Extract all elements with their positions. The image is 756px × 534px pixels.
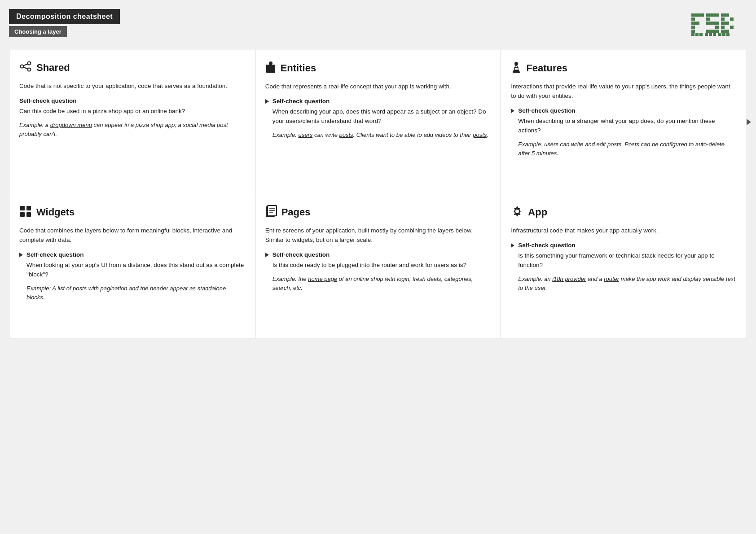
entities-description: Code that represents a real-life concept… (265, 82, 491, 92)
features-icon (511, 61, 522, 75)
entities-arrow (265, 99, 269, 104)
svg-point-19 (515, 210, 519, 213)
svg-point-0 (21, 65, 24, 68)
svg-rect-12 (20, 212, 25, 217)
app-title: App (528, 206, 547, 218)
svg-rect-13 (26, 212, 31, 217)
app-example: Example: an i18n provider and a router m… (518, 275, 737, 293)
app-self-check-text: Is this something your framework or tech… (518, 251, 737, 270)
features-right-arrow (747, 119, 751, 125)
svg-point-7 (514, 62, 518, 66)
entities-title: Entities (281, 62, 316, 74)
card-pages: Pages Entire screens of your application… (255, 194, 501, 338)
svg-point-1 (28, 62, 31, 65)
entities-icon (265, 61, 276, 75)
features-title: Features (526, 62, 567, 74)
cards-grid: Shared Code that is not specific to your… (9, 50, 747, 338)
svg-line-4 (23, 67, 28, 69)
page-title: Decomposition cheatsheet (9, 9, 120, 24)
shared-self-check-label: Self-check question (19, 97, 245, 104)
shared-example: Example: a dropdown menu can appear in a… (19, 121, 245, 139)
pages-self-check-label: Self-check question (273, 251, 491, 258)
app-arrow (511, 243, 514, 248)
card-features: Features Interactions that provide real-… (501, 50, 747, 194)
shared-icon (19, 61, 32, 74)
widgets-self-check-text: When looking at your app's UI from a dis… (26, 261, 245, 280)
card-app: App Infrastructural code that makes your… (501, 194, 747, 338)
widgets-arrow (19, 253, 23, 257)
features-example: Example: users can write and edit posts.… (518, 140, 737, 158)
entities-self-check-text: When describing your app, does this word… (273, 107, 491, 126)
pages-description: Entire screens of your application, buil… (265, 226, 491, 245)
widgets-title: Widgets (36, 206, 75, 218)
entities-self-check-label: Self-check question (273, 98, 491, 105)
pages-title: Pages (281, 206, 311, 218)
card-entities: Entities Code that represents a real-lif… (255, 50, 501, 194)
svg-point-6 (269, 61, 273, 65)
card-widgets: Widgets Code that combines the layers be… (9, 194, 255, 338)
shared-self-check-text: Can this code be used in a pizza shop ap… (19, 107, 245, 116)
shared-description: Code that is not specific to your applic… (19, 82, 245, 91)
pages-self-check-text: Is this code ready to be plugged into th… (273, 261, 491, 270)
app-description: Infrastructural code that makes your app… (511, 226, 737, 236)
pages-icon (265, 205, 277, 219)
widgets-self-check-label: Self-check question (26, 251, 245, 258)
svg-rect-11 (26, 206, 31, 210)
features-self-check-text: When describing to a stranger what your … (518, 117, 737, 136)
features-self-check-label: Self-check question (518, 107, 737, 114)
page-subtitle: Choosing a layer (9, 26, 67, 37)
entities-example: Example: users can write posts. Clients … (273, 131, 491, 140)
widgets-description: Code that combines the layers below to f… (19, 226, 245, 245)
widgets-example: Example: A list of posts with pagination… (26, 284, 245, 302)
svg-line-3 (23, 64, 28, 66)
app-self-check-label: Self-check question (518, 242, 737, 249)
pages-arrow (265, 253, 269, 257)
svg-point-9 (515, 66, 518, 68)
pages-example: Example: the home page of an online shop… (273, 275, 491, 293)
card-shared: Shared Code that is not specific to your… (9, 50, 255, 194)
fsb-logo (691, 13, 734, 36)
shared-title: Shared (36, 62, 70, 74)
svg-rect-5 (266, 65, 275, 73)
app-icon (511, 205, 523, 219)
svg-rect-10 (20, 206, 25, 210)
features-description: Interactions that provide real-life valu… (511, 82, 737, 101)
svg-point-2 (28, 68, 31, 71)
features-arrow (511, 109, 514, 113)
widgets-icon (19, 205, 32, 219)
